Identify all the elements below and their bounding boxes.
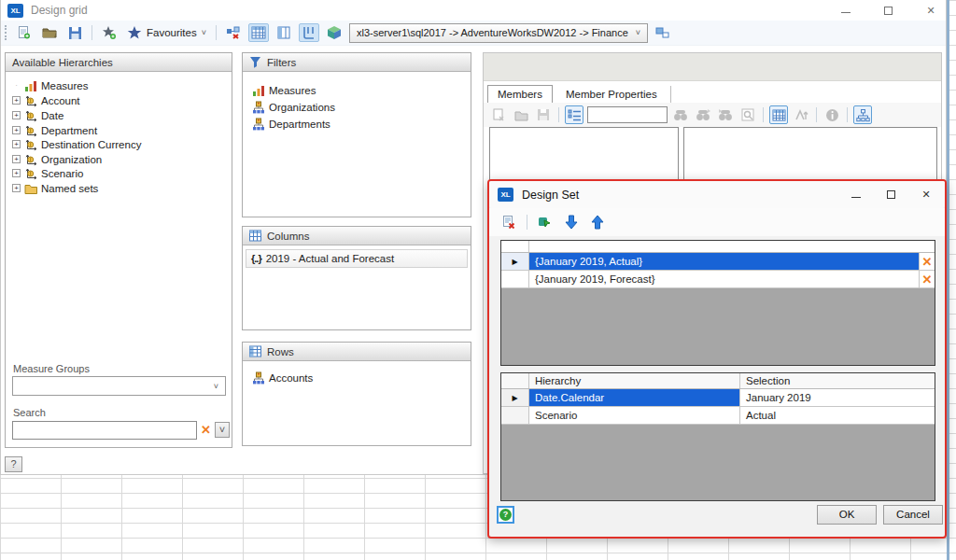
member-list-button[interactable] bbox=[565, 105, 583, 124]
grid-view-button[interactable] bbox=[248, 23, 269, 42]
measure-groups-dropdown[interactable]: ˅ bbox=[12, 376, 226, 396]
find-all-button[interactable] bbox=[716, 105, 735, 124]
set-row-label[interactable]: {January 2019, Actual} bbox=[529, 253, 919, 270]
set-row[interactable]: {January 2019, Forecast} ✕ bbox=[501, 271, 935, 288]
remove-set-icon[interactable]: ✕ bbox=[919, 271, 935, 287]
tree-item-label: Department bbox=[41, 125, 97, 136]
minimize-icon[interactable] bbox=[841, 12, 851, 13]
tree-item-scenario[interactable]: + Scenario bbox=[12, 166, 83, 180]
hierarchy-cell[interactable]: Scenario bbox=[529, 407, 740, 424]
expand-icon[interactable]: + bbox=[12, 155, 21, 163]
find-button[interactable] bbox=[671, 105, 690, 124]
member-grid-button[interactable] bbox=[769, 105, 788, 124]
minimize-icon[interactable] bbox=[851, 197, 861, 198]
search-options-button[interactable]: ˅ bbox=[215, 422, 230, 438]
set-row[interactable]: ▶ {January 2019, Actual} ✕ bbox=[501, 253, 935, 271]
dialog-help-button[interactable]: ? bbox=[497, 506, 514, 524]
tuple-row[interactable]: Scenario Actual bbox=[501, 407, 935, 425]
ok-button[interactable]: OK bbox=[817, 505, 877, 525]
dimension-icon bbox=[24, 153, 37, 166]
open-members-button[interactable] bbox=[512, 105, 530, 124]
row-marker-icon[interactable]: ▶ bbox=[501, 389, 529, 406]
cancel-button[interactable]: Cancel bbox=[883, 505, 943, 525]
clear-search-icon[interactable]: ✕ bbox=[201, 423, 211, 437]
maximize-icon[interactable] bbox=[884, 7, 893, 15]
find-next-button[interactable] bbox=[694, 105, 712, 124]
close-icon[interactable]: ✕ bbox=[921, 189, 932, 201]
tuple-row[interactable]: ▶ Date.Calendar January 2019 bbox=[501, 389, 935, 407]
dialog-toolbar bbox=[489, 208, 945, 236]
tab-members[interactable]: Members bbox=[487, 85, 553, 103]
tree-item-account[interactable]: + Account bbox=[12, 93, 80, 107]
expand-icon[interactable]: + bbox=[12, 140, 21, 148]
tree-item-department[interactable]: + Department bbox=[12, 123, 97, 137]
delete-tuple-button[interactable] bbox=[499, 213, 519, 231]
expand-icon[interactable]: + bbox=[12, 96, 21, 105]
clear-members-button[interactable] bbox=[489, 105, 508, 124]
header-selector-cell bbox=[501, 373, 529, 388]
help-button[interactable]: ? bbox=[5, 456, 22, 472]
move-down-button[interactable] bbox=[561, 213, 582, 231]
expand-icon[interactable]: + bbox=[12, 169, 21, 177]
save-button[interactable] bbox=[64, 23, 85, 42]
hierarchy-view-button[interactable] bbox=[853, 105, 872, 124]
column-layout-button[interactable] bbox=[274, 23, 294, 42]
tree-item-label: Date bbox=[41, 110, 63, 121]
move-up-button[interactable] bbox=[587, 213, 608, 231]
tab-member-properties[interactable]: Member Properties bbox=[553, 86, 671, 103]
disconnect-button[interactable] bbox=[223, 23, 244, 42]
toolbar-grip[interactable] bbox=[5, 25, 7, 40]
column-header-hierarchy[interactable]: Hierarchy bbox=[529, 373, 740, 388]
favourites-button[interactable]: Favourites ˅ bbox=[124, 23, 209, 42]
tree-item-named-sets[interactable]: + Named sets bbox=[12, 181, 98, 195]
axes-chart-icon bbox=[302, 25, 316, 40]
expand-icon[interactable]: + bbox=[12, 126, 21, 134]
toolbar-separator bbox=[763, 107, 764, 122]
connection-dropdown[interactable]: xl3-server1\sql2017 -> AdventureWorksDW2… bbox=[349, 23, 648, 43]
toolbar-separator bbox=[216, 25, 217, 40]
columns-item-set[interactable]: {..} 2019 - Actual and Forecast bbox=[246, 249, 468, 268]
expand-icon[interactable]: + bbox=[12, 111, 21, 119]
filter-funnel-icon bbox=[249, 56, 261, 68]
row-selector-cell[interactable] bbox=[501, 407, 529, 424]
info-button[interactable] bbox=[822, 105, 841, 124]
chart-axes-button[interactable] bbox=[299, 23, 319, 42]
available-hierarchies-panel: Available Hierarchies · Measures + Accou… bbox=[5, 52, 232, 448]
panel-title: Columns bbox=[267, 231, 309, 242]
filter-item-measures[interactable]: Measures bbox=[252, 83, 316, 97]
filter-item-organizations[interactable]: Organizations bbox=[252, 100, 335, 114]
row-selector-cell[interactable] bbox=[501, 271, 529, 287]
search-input[interactable] bbox=[12, 421, 197, 440]
save-members-button[interactable] bbox=[534, 105, 553, 124]
info-icon bbox=[825, 108, 839, 122]
structure-button[interactable] bbox=[653, 23, 673, 42]
new-report-button[interactable] bbox=[14, 23, 35, 42]
cube-button[interactable] bbox=[324, 23, 344, 42]
dialog-title-bar: XL Design Set ✕ bbox=[489, 181, 945, 208]
column-header-selection[interactable]: Selection bbox=[740, 373, 935, 388]
filter-item-departments[interactable]: Departments bbox=[252, 117, 330, 131]
maximize-icon[interactable] bbox=[887, 190, 895, 199]
selection-cell[interactable]: January 2019 bbox=[740, 389, 935, 406]
edit-tuple-button[interactable] bbox=[535, 213, 555, 231]
tree-item-destination-currency[interactable]: + Destination Currency bbox=[12, 137, 141, 151]
hierarchy-cell[interactable]: Date.Calendar bbox=[529, 389, 740, 406]
set-row-label[interactable]: {January 2019, Forecast} bbox=[529, 271, 919, 287]
remove-set-icon[interactable]: ✕ bbox=[919, 253, 935, 270]
selection-cell[interactable]: Actual bbox=[740, 407, 935, 424]
row-marker-icon[interactable]: ▶ bbox=[501, 253, 529, 270]
expand-icon[interactable]: + bbox=[12, 184, 21, 192]
tree-item-date[interactable]: + Date bbox=[12, 108, 63, 122]
excel-window-edge bbox=[947, 0, 949, 560]
tree-item-organization[interactable]: + Organization bbox=[12, 152, 102, 166]
connection-label: xl3-server1\sql2017 -> AdventureWorksDW2… bbox=[357, 27, 628, 38]
close-icon[interactable]: ✕ bbox=[925, 5, 936, 16]
toolbar-separator bbox=[91, 25, 92, 40]
rows-item-accounts[interactable]: Accounts bbox=[252, 371, 313, 385]
preview-button[interactable] bbox=[738, 105, 757, 124]
open-button[interactable] bbox=[39, 23, 60, 42]
add-favourite-button[interactable] bbox=[99, 23, 120, 42]
member-search-input[interactable] bbox=[587, 106, 668, 123]
tree-item-measures[interactable]: · Measures bbox=[12, 78, 89, 92]
sort-button[interactable] bbox=[792, 105, 810, 124]
